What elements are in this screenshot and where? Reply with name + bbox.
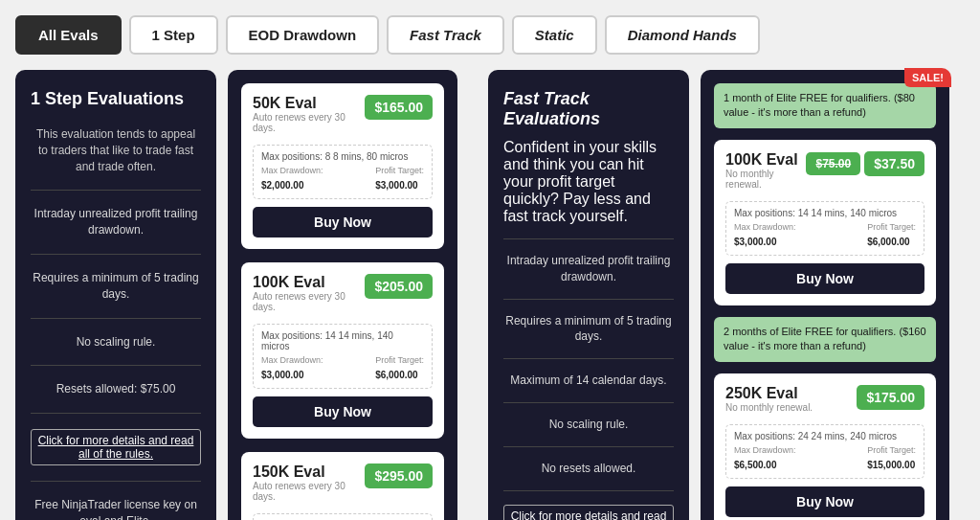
ft-divider-1 <box>503 238 674 239</box>
ft-card-250k: 250K Eval No monthly renewal. $175.00 Ma… <box>714 373 936 520</box>
feature-intraday: Intraday unrealized profit trailing draw… <box>31 206 201 238</box>
ft-card-250k-specs-top: Max positions: 24 24 mins, 240 micros <box>734 431 916 441</box>
card-100k-specs-top: Max positions: 14 14 mins, 140 micros <box>261 330 424 351</box>
ft-card-100k: 100K Eval No monthly renewal. $75.00 $37… <box>714 140 936 305</box>
card-50k-specs: Max positions: 8 8 mins, 80 micros Max D… <box>253 145 433 199</box>
promo-box-2: 2 months of Elite FREE for qualifiers. (… <box>714 317 936 362</box>
ft-card-100k-title: 100K Eval <box>725 151 806 169</box>
one-step-title: 1 Step Evaluations <box>31 89 201 109</box>
divider-2 <box>31 254 201 255</box>
tab-static[interactable]: Static <box>512 15 597 55</box>
ft-100k-target: Profit Target: $6,000.00 <box>867 222 916 249</box>
card-50k-target: Profit Target: $3,000.00 <box>375 166 424 192</box>
ft-feature-max-days: Maximum of 14 calendar days. <box>503 373 674 389</box>
divider-6 <box>31 481 201 482</box>
card-100k-target: Profit Target: $6,000.00 <box>375 355 424 382</box>
ft-card-250k-subtitle: No monthly renewal. <box>725 402 813 413</box>
ft-card-100k-subtitle: No monthly renewal. <box>725 169 806 190</box>
buy-ft-100k-button[interactable]: Buy Now <box>725 263 924 294</box>
sale-badge: SALE! <box>904 68 951 87</box>
main-content: 1 Step Evaluations This evaluation tends… <box>15 70 965 520</box>
drawdown-label: Max Drawdown: <box>261 166 323 175</box>
divider-3 <box>31 318 201 319</box>
promo-box-1: 1 month of Elite FREE for qualifiers. ($… <box>714 83 936 128</box>
card-100k-price: $205.00 <box>365 274 433 299</box>
tab-1step[interactable]: 1 Step <box>129 15 218 55</box>
one-step-info-panel: 1 Step Evaluations This evaluation tends… <box>15 70 216 520</box>
tab-fast-track[interactable]: Fast Track <box>387 15 504 55</box>
ft-card-100k-prices: $75.00 $37.50 <box>806 151 924 176</box>
card-50k: 50K Eval Auto renews every 30 days. $165… <box>241 83 444 249</box>
fast-track-cards: SALE! 1 month of Elite FREE for qualifie… <box>701 70 949 520</box>
divider-1 <box>31 190 201 191</box>
tab-eod-drawdown[interactable]: EOD Drawdown <box>226 15 380 55</box>
ft-250k-target: Profit Target: $15,000.00 <box>867 445 916 472</box>
ft-feature-scaling: No scaling rule. <box>503 417 674 433</box>
one-step-desc: This evaluation tends to appeal to trade… <box>31 126 201 174</box>
ft-100k-target-label: Profit Target: <box>867 222 916 232</box>
ft-250k-drawdown: Max Drawdown: $6,500.00 <box>734 445 796 472</box>
ft-card-250k-title: 250K Eval <box>725 385 813 402</box>
card-50k-price: $165.00 <box>365 95 433 120</box>
card-50k-specs-top: Max positions: 8 8 mins, 80 micros <box>261 151 424 162</box>
feature-resets: Resets allowed: $75.00 <box>31 381 201 397</box>
tab-diamond-hands[interactable]: Diamond Hands <box>605 15 760 55</box>
ft-card-100k-specs-top: Max positions: 14 14 mins, 140 micros <box>734 208 916 218</box>
separator <box>469 70 477 520</box>
card-150k-price: $295.00 <box>365 463 433 488</box>
ft-250k-drawdown-label: Max Drawdown: <box>734 445 796 455</box>
fast-track-info-panel: Fast Track Evaluations Confident in your… <box>488 70 689 520</box>
feature-ninja: Free NinjaTrader license key on eval and… <box>31 497 201 520</box>
ft-divider-5 <box>503 446 674 447</box>
fast-track-title: Fast Track Evaluations <box>503 89 674 129</box>
card-100k-title: 100K Eval <box>253 274 365 291</box>
ft-250k-target-label: Profit Target: <box>867 445 916 455</box>
card-150k: 150K Eval Auto renews every 30 days. $29… <box>241 452 444 520</box>
card-100k-subtitle: Auto renews every 30 days. <box>253 291 365 312</box>
ft-divider-2 <box>503 299 674 300</box>
card-150k-specs: Max positions: 18 18 mins, 180 micros Ma… <box>253 513 433 520</box>
one-step-cards: 50K Eval Auto renews every 30 days. $165… <box>228 70 457 520</box>
buy-ft-250k-button[interactable]: Buy Now <box>725 486 924 517</box>
card-50k-subtitle: Auto renews every 30 days. <box>253 112 365 133</box>
card-150k-title: 150K Eval <box>253 463 365 481</box>
card-50k-title: 50K Eval <box>253 95 365 112</box>
target-label-100k: Profit Target: <box>375 355 424 365</box>
buy-100k-button[interactable]: Buy Now <box>253 396 433 427</box>
fast-track-desc: Confident in your skills and think you c… <box>503 139 674 225</box>
buy-50k-button[interactable]: Buy Now <box>253 207 433 237</box>
ft-divider-6 <box>503 490 674 491</box>
ft-card-100k-specs: Max positions: 14 14 mins, 140 micros Ma… <box>725 201 924 256</box>
tab-all-evals[interactable]: All Evals <box>15 15 122 55</box>
ft-divider-3 <box>503 358 674 359</box>
target-label: Profit Target: <box>375 166 424 175</box>
divider-5 <box>31 413 201 414</box>
ft-divider-4 <box>503 402 674 403</box>
card-100k-specs: Max positions: 14 14 mins, 140 micros Ma… <box>253 324 433 389</box>
ft-100k-drawdown-label: Max Drawdown: <box>734 222 796 232</box>
details-link[interactable]: Click for more details and read all of t… <box>31 429 201 465</box>
ft-feature-intraday: Intraday unrealized profit trailing draw… <box>503 253 674 285</box>
ft-card-100k-old-price: $75.00 <box>806 152 860 175</box>
divider-4 <box>31 365 201 366</box>
card-50k-drawdown: Max Drawdown: $2,000.00 <box>261 166 323 192</box>
ft-card-100k-new-price: $37.50 <box>864 151 924 176</box>
ft-feature-min-days: Requires a minimum of 5 trading days. <box>503 313 674 346</box>
ft-card-250k-price: $175.00 <box>857 385 924 410</box>
feature-min-days: Requires a minimum of 5 trading days. <box>31 270 201 303</box>
drawdown-label-100k: Max Drawdown: <box>261 355 323 365</box>
ft-feature-no-resets: No resets allowed. <box>503 461 674 477</box>
ft-details-link[interactable]: Click for more details and read all of t… <box>503 505 674 520</box>
tab-bar: All Evals 1 Step EOD Drawdown Fast Track… <box>15 15 965 55</box>
feature-scaling: No scaling rule. <box>31 334 201 350</box>
card-100k-drawdown: Max Drawdown: $3,000.00 <box>261 355 323 382</box>
ft-card-250k-specs: Max positions: 24 24 mins, 240 micros Ma… <box>725 424 924 479</box>
card-150k-subtitle: Auto renews every 30 days. <box>253 481 365 502</box>
ft-100k-drawdown: Max Drawdown: $3,000.00 <box>734 222 796 249</box>
card-100k: 100K Eval Auto renews every 30 days. $20… <box>241 262 444 439</box>
